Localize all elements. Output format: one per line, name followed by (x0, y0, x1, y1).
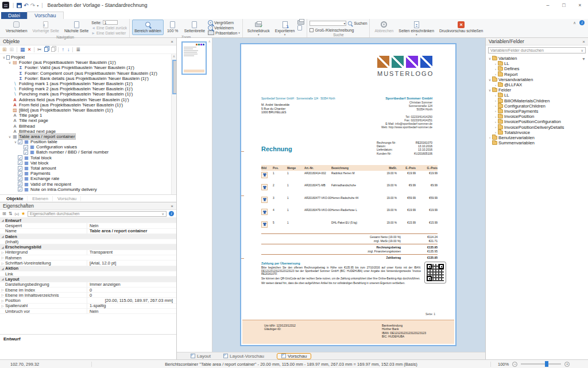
checkbox-checked-icon[interactable]: ✓ (18, 187, 22, 191)
property-value[interactable]: Immer anzeigen (87, 282, 176, 287)
objects-tree-scrollbar[interactable]: ∧ (171, 54, 176, 194)
page-width-button[interactable]: Seitenbreite (182, 20, 207, 35)
chevron-right-icon[interactable]: › (493, 115, 498, 118)
preview-tab-layout[interactable]: Layout (191, 354, 211, 359)
quick-print-button[interactable]: Schnelldruck▾ (245, 20, 272, 38)
zoom-slider[interactable] (521, 363, 561, 365)
checkbox-checked-icon[interactable]: ✓ (18, 155, 22, 160)
row-expander-icon[interactable]: ▷ (0, 293, 5, 297)
objects-tree-item[interactable]: Footer: VatId (aus Projektbaustein 'Neue… (0, 65, 176, 70)
property-group[interactable]: ◢Layout (0, 277, 176, 282)
tab-datei[interactable]: Datei (1, 12, 27, 19)
objects-tree-item[interactable]: Punching mark (aus Projektbaustein 'Neue… (0, 91, 176, 97)
import-object-icon[interactable]: ⊞ (10, 47, 14, 52)
chevron-right-icon[interactable]: › (493, 120, 498, 124)
page-thumbnail[interactable] (181, 41, 207, 75)
redo-icon[interactable]: ↷ (30, 2, 35, 9)
variables-tree-item[interactable]: ›@LLFAX (486, 82, 588, 87)
row-expander-icon[interactable]: ▷ (0, 251, 5, 254)
zoom-in-button[interactable]: + (564, 362, 570, 367)
categorize-icon[interactable]: ⊞ (2, 211, 6, 216)
objects-tree-item[interactable]: Billhead next page (0, 129, 176, 134)
property-group[interactable]: ◢Entwurf (0, 218, 176, 223)
row-expander-icon[interactable]: ▷ (0, 304, 5, 308)
objects-tree-item[interactable]: ✓Total block (0, 155, 176, 160)
preview-tab-layout-vorschau[interactable]: Layout-Vorschau (223, 354, 264, 359)
left-tab-ebenen[interactable]: Ebenen (28, 196, 53, 201)
checkbox-checked-icon[interactable]: ✓ (18, 160, 22, 165)
row-expander-icon[interactable]: ▷ (0, 262, 5, 265)
page-number-input[interactable]: 1 (103, 20, 118, 25)
chevron-right-icon[interactable]: › (493, 67, 498, 71)
objects-tree-item[interactable]: Title next page (0, 118, 176, 123)
property-group[interactable]: ◢Aktion (0, 266, 176, 271)
property-value[interactable]: [20.00, 115.00, 189.97, 267.03 mm] (87, 298, 176, 303)
preview-tab-vorschau[interactable]: Vorschau (277, 353, 311, 359)
page-setup-button[interactable] (297, 25, 304, 30)
left-tab-objekte[interactable]: Objekte (2, 196, 28, 201)
close-icon[interactable]: × (171, 204, 173, 209)
file-back-button[interactable]: ◄Eine Datei zurück (91, 25, 127, 30)
expression-icon[interactable]: {+} (14, 212, 19, 216)
previous-page-button[interactable]: Vorherige Seite (30, 20, 61, 35)
move-down-icon[interactable]: ↓ (67, 47, 70, 52)
chevron-right-icon[interactable]: › (493, 109, 498, 113)
property-row[interactable]: (Inhalt) (0, 239, 176, 244)
property-row[interactable]: NameTable area / report container (0, 229, 176, 234)
filter-icon[interactable]: ▼ (582, 57, 586, 61)
close-icon[interactable]: × (582, 39, 585, 44)
zoom-slider-thumb[interactable] (545, 361, 548, 367)
objects-tree-item[interactable]: Footer: Bank details (aus Projektbaustei… (0, 76, 176, 81)
tab-vorschau[interactable]: Vorschau (27, 12, 64, 19)
property-group[interactable]: ◢Erscheinungsbild (0, 244, 176, 250)
save-icon[interactable] (17, 3, 22, 8)
variables-search-input[interactable]: Variablen/Felder durchsuchen∨ (488, 47, 586, 53)
table-row[interactable]: 21AR20160471-MBFahrradhandschuhe19.00 %€… (261, 183, 438, 196)
chevron-right-icon[interactable]: › (493, 94, 498, 97)
chevron-right-icon[interactable]: › (493, 72, 498, 76)
objects-tree-item[interactable]: Folding mark 1 (aus Projektbaustein 'Neu… (0, 81, 176, 86)
chevron-down-icon[interactable]: ∨ (488, 56, 492, 60)
new-object-icon[interactable]: ⊞ (2, 47, 7, 52)
objects-tree-item[interactable]: ✓Payments (0, 171, 176, 176)
property-row[interactable]: ▷Rahmen (0, 255, 176, 260)
zoom-out-button[interactable]: − (512, 362, 517, 367)
sort-icon[interactable]: ⇅ (9, 211, 13, 216)
variables-tree-item[interactable]: ›Report (486, 72, 588, 77)
objects-tree-item[interactable]: ✓Note on intra-Community delivery (0, 187, 176, 192)
next-page-button[interactable]: Nächste Seite (62, 20, 91, 35)
table-row[interactable]: 11AR20160414-002Radtrikot Herren M19.00 … (261, 171, 438, 183)
checkbox-checked-icon[interactable]: ✓ (24, 145, 28, 150)
property-row[interactable]: Umbruch vorNein (0, 309, 176, 314)
close-preview-button[interactable]: ×Druckvorschau schließen (437, 20, 485, 38)
objects-tree-item[interactable]: ∨Projekt (0, 55, 176, 60)
preview-canvas[interactable]: MUSTERLOGO Sportbedarf Sommer GmbH · Son… (212, 38, 485, 352)
objects-tree-item[interactable]: From field (aus Projektbaustein 'Neuer B… (0, 102, 176, 108)
left-tab-vorschau[interactable]: Vorschau (53, 196, 81, 201)
variables-tree-item[interactable]: ›TotalsInvoice (486, 130, 588, 135)
property-group[interactable]: ◢Daten (0, 234, 176, 239)
objects-tree-item[interactable]: ✓Configuration values (0, 144, 176, 150)
zoom-in-button[interactable]: +Vergrößern (208, 20, 240, 25)
property-value[interactable]: 0 (87, 288, 176, 293)
print-settings-button[interactable] (297, 20, 304, 25)
restrict-pages-button[interactable]: Seiten einschränken▾ (396, 20, 436, 38)
property-row[interactable]: GesperrtNein (0, 223, 176, 228)
search-button[interactable]: Suchen (354, 21, 367, 25)
objects-tree-item[interactable]: ✓Total amount (0, 166, 176, 171)
undo-icon[interactable]: ↶ (24, 2, 28, 9)
objects-tree-item[interactable]: Title page 1 (0, 113, 176, 118)
table-row[interactable]: 41AR20160479-VKO-00Herren-Radlerhose L19… (261, 208, 438, 221)
zoom-100-button[interactable]: 100 % (164, 20, 181, 35)
chevron-right-icon[interactable]: › (493, 131, 498, 134)
close-button[interactable]: × (572, 0, 588, 10)
property-row[interactable]: Link (0, 271, 176, 277)
maximize-button[interactable]: □ (556, 0, 572, 10)
property-row[interactable]: ▷Ebene im Index0 (0, 288, 176, 293)
property-value[interactable]: Nein (87, 223, 176, 228)
presentation-button[interactable]: Präsentation▾ (208, 30, 240, 35)
objects-tree-item[interactable]: ∨Footer (aus Projektbaustein 'Neuer Baus… (0, 60, 176, 65)
row-expander-icon[interactable]: ▷ (0, 288, 5, 292)
objects-tree-item[interactable]: ∨Table area / report container (0, 134, 176, 139)
property-row[interactable]: ▷Ebene im Inhaltsverzeichnis0 (0, 293, 176, 298)
